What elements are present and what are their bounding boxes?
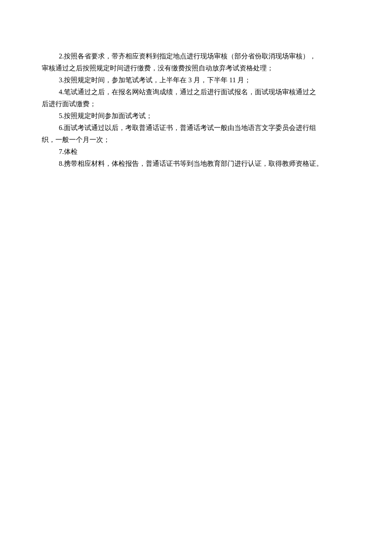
- item-text-cont: 织，一般一个月一次；: [42, 136, 110, 143]
- list-item-continuation: 审核通过之后按照规定时间进行缴费，没有缴费按照自动放弃考试资格处理；: [42, 62, 350, 74]
- list-item: 2.按照各省要求，带齐相应资料到指定地点进行现场审核（部分省份取消现场审核），: [42, 50, 350, 62]
- item-text: 体检: [64, 148, 78, 155]
- item-number: 3.: [59, 76, 64, 84]
- item-number: 5.: [59, 112, 64, 119]
- item-text-cont: 审核通过之后按照规定时间进行缴费，没有缴费按照自动放弃考试资格处理；: [42, 64, 274, 72]
- list-item: 3.按照规定时间，参加笔试考试，上半年在 3 月，下半年 11 月；: [42, 74, 350, 86]
- item-text: 笔试通过之后，在报名网站查询成绩，通过之后进行面试报名，面试现场审核通过之: [64, 88, 316, 95]
- item-text: 按照规定时间，参加笔试考试，上半年在 3 月，下半年 11 月；: [64, 76, 251, 84]
- item-number: 8.: [59, 160, 64, 167]
- document-content: 2.按照各省要求，带齐相应资料到指定地点进行现场审核（部分省份取消现场审核）， …: [42, 50, 350, 170]
- item-text: 按照规定时间参加面试考试；: [64, 112, 153, 119]
- list-item: 7.体检: [42, 146, 350, 158]
- list-item-continuation: 后进行面试缴费；: [42, 98, 350, 110]
- list-item: 6.面试考试通过以后，考取普通话证书，普通话考试一般由当地语言文字委员会进行组: [42, 122, 350, 134]
- item-number: 7.: [59, 148, 64, 155]
- list-item: 4.笔试通过之后，在报名网站查询成绩，通过之后进行面试报名，面试现场审核通过之: [42, 86, 350, 98]
- item-number: 4.: [59, 88, 64, 95]
- item-text-cont: 后进行面试缴费；: [42, 100, 96, 107]
- item-text: 按照各省要求，带齐相应资料到指定地点进行现场审核（部分省份取消现场审核），: [64, 52, 316, 60]
- item-number: 2.: [59, 52, 64, 60]
- list-item-continuation: 织，一般一个月一次；: [42, 134, 350, 146]
- item-text: 面试考试通过以后，考取普通话证书，普通话考试一般由当地语言文字委员会进行组: [64, 124, 316, 131]
- list-item: 8.携带相应材料，体检报告，普通话证书等到当地教育部门进行认证，取得教师资格证。: [42, 158, 350, 170]
- item-text: 携带相应材料，体检报告，普通话证书等到当地教育部门进行认证，取得教师资格证。: [64, 160, 323, 167]
- item-number: 6.: [59, 124, 64, 131]
- list-item: 5.按照规定时间参加面试考试；: [42, 110, 350, 122]
